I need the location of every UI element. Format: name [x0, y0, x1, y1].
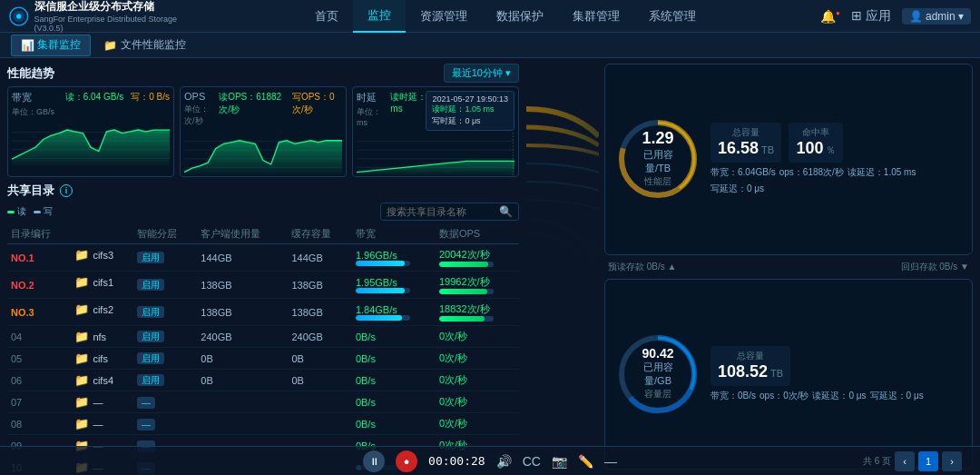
volume-icon[interactable]: 🔊	[496, 454, 512, 469]
cell-bw: 0B/s	[352, 413, 436, 435]
cell-bw: 1.95GB/s	[352, 272, 436, 299]
nav-monitor[interactable]: 监控	[353, 0, 406, 33]
folder-icon: 📁	[74, 373, 89, 387]
bw-read-legend: 读：6.04 GB/s	[65, 91, 123, 104]
search-box[interactable]: 🔍	[380, 203, 519, 221]
cell-smart: —	[133, 391, 197, 413]
cell-num: 07	[7, 391, 71, 413]
row-name: cifs2	[93, 304, 113, 315]
g1-read-lat: 读延迟：1.05 ms	[848, 166, 916, 179]
folder-icon: 📁	[74, 330, 89, 343]
bw-read-val: 0B/s	[356, 375, 432, 386]
lat-chart-unit: 单位：ms	[357, 106, 390, 127]
cell-num: NO.1	[7, 244, 71, 272]
nav-resource[interactable]: 资源管理	[406, 0, 482, 33]
col-client-used: 客户端使用量	[197, 224, 288, 244]
main-content: 性能趋势 最近10分钟 ▾ 带宽 单位：GB/s 读：6.04 GB/s 写：0…	[0, 58, 980, 475]
sub-nav-cluster-monitor[interactable]: 📊 集群监控	[11, 35, 91, 56]
cell-smart: 启用	[133, 348, 197, 370]
search-input[interactable]	[387, 206, 495, 217]
cap-gauge-value: 90.42	[635, 347, 681, 361]
perf-gauge-unit: 已用容量/TB	[635, 148, 681, 175]
pen-icon[interactable]: ✏️	[578, 454, 593, 469]
pause-button[interactable]: ⏸	[363, 450, 385, 472]
cluster-monitor-icon: 📊	[21, 39, 34, 52]
svg-marker-7	[12, 130, 170, 167]
smart-badge: 启用	[137, 331, 164, 342]
g2-read-lat: 读延迟：0 μs	[812, 390, 866, 402]
cap-gauge-wrap: 90.42 已用容量/GB 容量层	[612, 329, 703, 420]
cell-bw: 0B/s	[352, 326, 436, 348]
logo-icon	[9, 5, 29, 27]
cell-client-used: 138GB	[197, 299, 288, 326]
cell-name: 📁 cifs1	[71, 272, 133, 292]
cell-smart: 启用	[133, 244, 197, 272]
flow-vis	[526, 64, 599, 470]
cap-total-card: 总容量 108.52 TB	[710, 346, 790, 386]
gauge2-totals: 总容量 108.52 TB	[710, 346, 924, 386]
row-name: —	[93, 419, 103, 430]
time-selector-button[interactable]: 最近10分钟 ▾	[444, 64, 519, 83]
table-row: NO.1 📁 cifs3 启用 144GB 144GB 1.96GB/s 200…	[7, 244, 519, 272]
bw-chart-svg	[12, 118, 170, 173]
nav-cluster[interactable]: 集群管理	[558, 0, 634, 33]
table-row: NO.2 📁 cifs1 启用 138GB 138GB 1.95GB/s 199…	[7, 272, 519, 299]
cell-smart: 启用	[133, 370, 197, 391]
svg-point-2	[16, 14, 21, 18]
bw-chart-unit: 单位：GB/s	[12, 106, 54, 118]
cell-client-used: 138GB	[197, 272, 288, 299]
main-nav: 首页 监控 资源管理 数据保护 集群管理 系统管理	[191, 0, 820, 33]
smart-badge: 启用	[137, 306, 164, 318]
bottom-bar: ⏸ ● 00:00:28 🔊 CC 📷 ✏️ — 共 6 页 ‹ 1 ›	[0, 446, 980, 475]
cell-client-used: 144GB	[197, 244, 288, 272]
file-perf-icon: 📁	[103, 39, 117, 52]
cell-ops: 20042次/秒	[436, 244, 519, 272]
prev-page-button[interactable]: ‹	[895, 451, 915, 471]
info-icon: i	[60, 184, 73, 197]
row-name: cifs	[93, 353, 108, 364]
perf-gauge-center: 1.29 已用容量/TB 性能层	[635, 130, 681, 188]
row-name: nfs	[93, 332, 106, 342]
cell-smart: 启用	[133, 299, 197, 326]
gauge-card-perf: 1.29 已用容量/TB 性能层 总容量 16.58 TB	[604, 64, 973, 255]
nav-system[interactable]: 系统管理	[634, 0, 710, 33]
cap-gauge-center: 90.42 已用容量/GB 容量层	[635, 347, 681, 401]
cell-bw: 0B/s	[352, 370, 436, 391]
cap-gauge-label: 容量层	[635, 388, 681, 401]
top-navigation: 深信服企业级分布式存储 SangFor Enterprise Distribut…	[0, 0, 980, 33]
hit-rate-unit: ％	[826, 143, 836, 157]
alert-icon[interactable]: 🔔●	[820, 9, 840, 24]
cell-ops: 19962次/秒	[436, 272, 519, 299]
camera-icon[interactable]: 📷	[552, 454, 567, 469]
minus-icon[interactable]: —	[604, 454, 617, 469]
nav-data-protect[interactable]: 数据保护	[482, 0, 558, 33]
user-menu[interactable]: 👤 admin ▾	[902, 8, 971, 25]
page-navigation: 共 6 页 ‹ 1 ›	[863, 451, 962, 471]
bw-chart-title: 带宽	[12, 91, 54, 104]
g2-write-lat: 写延迟：0 μs	[870, 390, 924, 402]
left-panel: 性能趋势 最近10分钟 ▾ 带宽 单位：GB/s 读：6.04 GB/s 写：0…	[0, 58, 526, 475]
cell-num: 08	[7, 413, 71, 435]
g1-bw: 带宽：6.04GB/s	[710, 166, 776, 179]
next-page-button[interactable]: ›	[942, 451, 962, 471]
apps-icon[interactable]: ⊞ 应用	[851, 8, 891, 25]
ops-read-val: 0次/秒	[439, 395, 515, 409]
nav-home[interactable]: 首页	[300, 0, 353, 33]
cell-cache	[288, 413, 351, 435]
gauges-container: 1.29 已用容量/TB 性能层 总容量 16.58 TB	[604, 64, 973, 470]
flow-svg	[526, 91, 599, 363]
svg-marker-17	[357, 161, 514, 176]
bw-read-val: 1.84GB/s	[356, 304, 432, 315]
smart-badge: 启用	[137, 352, 164, 364]
sub-nav-file-perf[interactable]: 📁 文件性能监控	[94, 35, 194, 56]
perf-header: 性能趋势 最近10分钟 ▾	[7, 64, 519, 83]
smart-badge: —	[137, 397, 155, 409]
cell-cache	[288, 391, 351, 413]
subtitle-icon[interactable]: CC	[523, 454, 541, 469]
current-page-button[interactable]: 1	[918, 451, 938, 471]
cell-num: NO.2	[7, 272, 71, 299]
record-button[interactable]: ●	[396, 450, 417, 472]
lat-chart-title: 时延	[357, 91, 390, 104]
bw-read-val: 0B/s	[356, 397, 432, 408]
ops-read-val: 0次/秒	[439, 351, 515, 365]
